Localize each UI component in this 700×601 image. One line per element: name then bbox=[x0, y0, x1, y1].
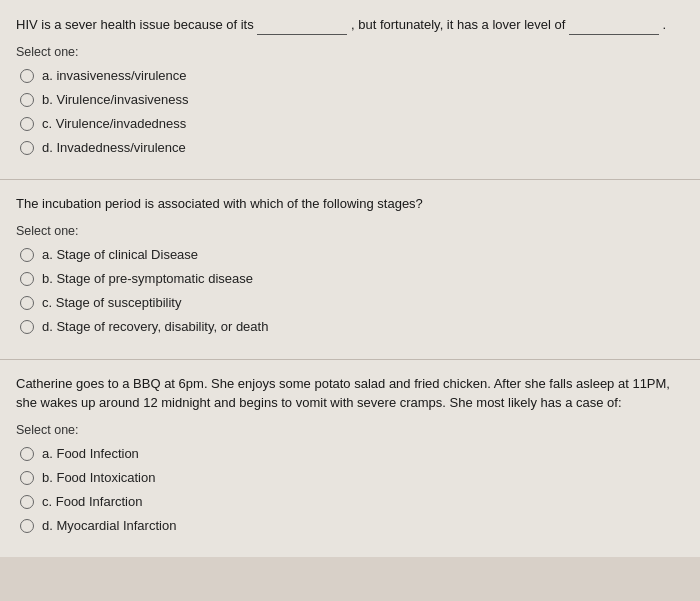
q2-option-a-text: a. Stage of clinical Disease bbox=[42, 246, 198, 264]
question-text-3: Catherine goes to a BBQ at 6pm. She enjo… bbox=[16, 374, 684, 413]
q1-option-a[interactable]: a. invasiveness/virulence bbox=[20, 67, 684, 85]
q3-option-b[interactable]: b. Food Intoxication bbox=[20, 469, 684, 487]
q1-radio-d[interactable] bbox=[20, 141, 34, 155]
q1-radio-b[interactable] bbox=[20, 93, 34, 107]
q1-text-after: . bbox=[663, 17, 667, 32]
question-text-2: The incubation period is associated with… bbox=[16, 194, 684, 214]
page-wrapper: HIV is a sever health issue because of i… bbox=[0, 0, 700, 557]
q3-option-a[interactable]: a. Food Infection bbox=[20, 445, 684, 463]
q1-text-middle: , but fortunately, it has a lover level … bbox=[351, 17, 565, 32]
q1-text-before: HIV is a sever health issue because of i… bbox=[16, 17, 254, 32]
q3-option-d[interactable]: d. Myocardial Infarction bbox=[20, 517, 684, 535]
q2-option-a[interactable]: a. Stage of clinical Disease bbox=[20, 246, 684, 264]
q1-option-d[interactable]: d. Invadedness/virulence bbox=[20, 139, 684, 157]
q3-option-c[interactable]: c. Food Infarction bbox=[20, 493, 684, 511]
q1-option-b[interactable]: b. Virulence/invasiveness bbox=[20, 91, 684, 109]
q3-radio-c[interactable] bbox=[20, 495, 34, 509]
q2-option-b[interactable]: b. Stage of pre-symptomatic disease bbox=[20, 270, 684, 288]
q2-option-c[interactable]: c. Stage of susceptibility bbox=[20, 294, 684, 312]
q1-radio-a[interactable] bbox=[20, 69, 34, 83]
q3-radio-b[interactable] bbox=[20, 471, 34, 485]
q2-options-list: a. Stage of clinical Disease b. Stage of… bbox=[16, 246, 684, 337]
q1-option-a-text: a. invasiveness/virulence bbox=[42, 67, 187, 85]
question-block-3: Catherine goes to a BBQ at 6pm. She enjo… bbox=[0, 360, 700, 558]
q1-option-c-text: c. Virulence/invadedness bbox=[42, 115, 186, 133]
q1-radio-c[interactable] bbox=[20, 117, 34, 131]
q1-option-b-text: b. Virulence/invasiveness bbox=[42, 91, 188, 109]
q3-option-d-text: d. Myocardial Infarction bbox=[42, 517, 176, 535]
question-text-1: HIV is a sever health issue because of i… bbox=[16, 14, 684, 35]
q3-option-c-text: c. Food Infarction bbox=[42, 493, 142, 511]
question-block-1: HIV is a sever health issue because of i… bbox=[0, 0, 700, 180]
q1-blank-2 bbox=[569, 14, 659, 35]
q1-options-list: a. invasiveness/virulence b. Virulence/i… bbox=[16, 67, 684, 158]
q3-radio-a[interactable] bbox=[20, 447, 34, 461]
q2-radio-a[interactable] bbox=[20, 248, 34, 262]
q2-radio-b[interactable] bbox=[20, 272, 34, 286]
q3-radio-d[interactable] bbox=[20, 519, 34, 533]
q3-option-a-text: a. Food Infection bbox=[42, 445, 139, 463]
q3-options-list: a. Food Infection b. Food Intoxication c… bbox=[16, 445, 684, 536]
q2-option-c-text: c. Stage of susceptibility bbox=[42, 294, 181, 312]
q2-select-label: Select one: bbox=[16, 224, 684, 238]
q2-radio-d[interactable] bbox=[20, 320, 34, 334]
q2-option-b-text: b. Stage of pre-symptomatic disease bbox=[42, 270, 253, 288]
question-block-2: The incubation period is associated with… bbox=[0, 180, 700, 359]
q2-option-d[interactable]: d. Stage of recovery, disability, or dea… bbox=[20, 318, 684, 336]
q3-select-label: Select one: bbox=[16, 423, 684, 437]
q1-select-label: Select one: bbox=[16, 45, 684, 59]
q2-radio-c[interactable] bbox=[20, 296, 34, 310]
q3-option-b-text: b. Food Intoxication bbox=[42, 469, 155, 487]
q1-option-c[interactable]: c. Virulence/invadedness bbox=[20, 115, 684, 133]
q1-option-d-text: d. Invadedness/virulence bbox=[42, 139, 186, 157]
q1-blank-1 bbox=[257, 14, 347, 35]
q2-option-d-text: d. Stage of recovery, disability, or dea… bbox=[42, 318, 268, 336]
